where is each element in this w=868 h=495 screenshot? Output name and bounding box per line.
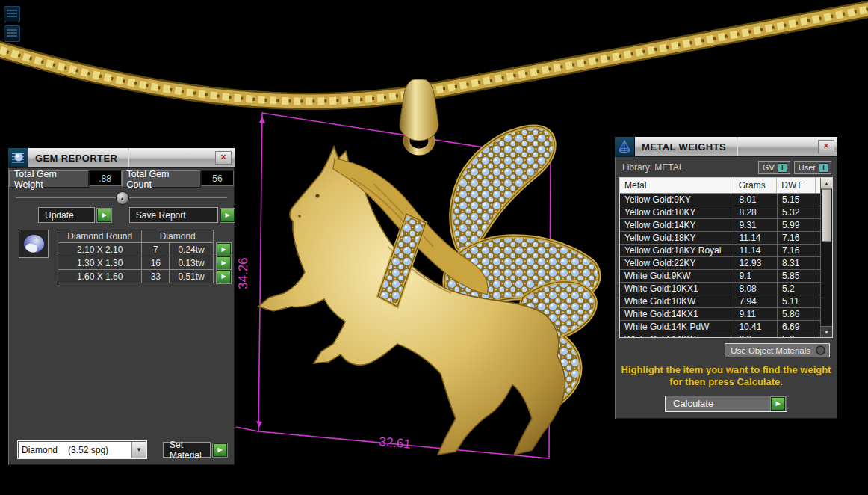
material-spg: (3.52 spg) — [68, 445, 108, 455]
instruction-text: Highlight the item you want to find the … — [615, 364, 837, 389]
metal-row[interactable]: Yellow Gold:14KY 9.31 5.99 — [620, 219, 821, 232]
chevron-down-icon[interactable]: ▼ — [131, 442, 146, 458]
gem-row[interactable]: 1.60 X 1.60 33 0.51tw ▶ — [58, 270, 235, 283]
use-object-materials-button[interactable]: Use Object Materials — [725, 343, 830, 357]
metal-row[interactable]: Yellow Gold:9KY 8.01 5.15 — [620, 194, 821, 206]
save-report-button[interactable]: Save Report — [129, 207, 218, 223]
metal-weights-icon — [615, 137, 635, 156]
horse-nostril — [298, 215, 301, 218]
scrollbar-thumb[interactable] — [822, 189, 831, 242]
metal-weights-title: METAL WEIGHTS — [635, 137, 726, 156]
height-dimension-label: 34.26 — [236, 257, 250, 289]
update-button[interactable]: Update — [38, 207, 95, 223]
necklace-chain — [0, 7, 868, 102]
metal-row[interactable]: White Gold:14KX1 9.11 5.86 — [620, 308, 821, 321]
row-action-button[interactable]: ▶ — [217, 270, 231, 283]
gem-thumbnail[interactable] — [19, 230, 49, 258]
scroll-up-icon[interactable]: ▲ — [821, 178, 832, 189]
calculate-go-icon: ▶ — [771, 397, 785, 411]
update-go-icon[interactable]: ▶ — [97, 209, 111, 222]
metal-row[interactable]: White Gold:14K PdW 10.41 6.69 — [620, 321, 821, 333]
close-icon[interactable]: × — [215, 151, 232, 165]
pendant-bail — [400, 79, 438, 152]
gem-reporter-title: GEM REPORTER — [28, 148, 117, 167]
total-gem-count-value: 56 — [201, 170, 234, 186]
gem-table-header: Diamond Round Diamond — [58, 230, 235, 243]
material-row: Diamond (3.52 spg) ▼ Set Material ▶ — [18, 441, 227, 458]
total-gem-weight-value: .88 — [89, 170, 122, 186]
metal-weights-titlebar[interactable]: METAL WEIGHTS × — [615, 137, 837, 157]
total-gem-weight-label: Total Gem Weight — [9, 170, 89, 188]
save-report-go-icon[interactable]: ▶ — [220, 209, 235, 222]
viewport: 34.26 32.61 GEM REPORTER × Tot — [0, 0, 868, 495]
gv-indicator: I — [778, 163, 787, 173]
gem-reporter-window: GEM REPORTER × Total Gem Weight .88 Tota… — [7, 147, 235, 466]
material-dropdown[interactable]: Diamond (3.52 spg) ▼ — [18, 441, 146, 458]
row-action-button[interactable]: ▶ — [217, 243, 231, 256]
library-label: Library: METAL — [622, 162, 754, 173]
metal-table-header: Metal Grams DWT — [620, 178, 821, 194]
total-gem-count-label: Total Gem Count — [122, 170, 202, 188]
gem-table: Diamond Round Diamond 2.10 X 2.10 7 0.24… — [58, 230, 235, 283]
set-material-button[interactable]: Set Material — [163, 442, 211, 458]
metal-row[interactable]: Yellow Gold:18KY Royal 11.14 7.16 — [620, 245, 821, 257]
panel-resize-slider[interactable]: ▲ — [16, 191, 227, 204]
close-icon[interactable]: × — [818, 140, 834, 153]
user-toggle-button[interactable]: User I — [794, 161, 831, 174]
metal-row[interactable]: White Gold:9KW 9.1 5.85 — [620, 270, 821, 283]
viewport-grid-icon[interactable] — [4, 25, 20, 42]
gem-reporter-titlebar[interactable]: GEM REPORTER × — [8, 148, 235, 168]
metal-table: Metal Grams DWT Yellow Gold:9KY 8.01 5.1… — [619, 177, 833, 338]
row-action-button[interactable]: ▶ — [217, 256, 231, 270]
gem-actions-row: Update ▶ Save Report ▶ — [38, 207, 235, 223]
gv-toggle-button[interactable]: GV I — [758, 161, 790, 174]
metal-row[interactable]: White Gold:10KW 7.94 5.11 — [620, 295, 821, 308]
slider-knob[interactable]: ▲ — [116, 191, 129, 205]
scrollbar[interactable]: ▲ ▼ — [820, 178, 832, 337]
col-diamond-round: Diamond Round — [58, 230, 142, 243]
scroll-down-icon[interactable]: ▼ — [821, 326, 832, 337]
material-name: Diamond — [22, 445, 58, 455]
gem-row[interactable]: 1.30 X 1.30 16 0.13tw ▶ — [58, 256, 235, 270]
metal-weights-window: METAL WEIGHTS × Library: METAL GV I User… — [614, 136, 838, 419]
gem-totals-row: Total Gem Weight .88 Total Gem Count 56 — [9, 170, 234, 188]
gem-panel-body — [8, 283, 235, 441]
metal-row[interactable]: Yellow Gold:10KY 8.28 5.32 — [620, 206, 821, 219]
pegasus-wing-upper — [451, 126, 555, 253]
metal-row[interactable]: Yellow Gold:22KY 12.93 8.31 — [620, 257, 821, 270]
gem-reporter-icon — [8, 148, 28, 167]
set-material-go-icon[interactable]: ▶ — [213, 443, 227, 457]
user-indicator: I — [819, 163, 828, 173]
horse-eye — [315, 194, 319, 197]
metal-row-clipped[interactable]: White Gold:14KW 9.2 5.9 — [620, 333, 821, 338]
gem-ball-image — [24, 235, 44, 253]
radio-circle-icon — [816, 345, 825, 355]
gem-row[interactable]: 2.10 X 2.10 7 0.24tw ▶ — [58, 243, 235, 256]
width-dimension-label: 32.61 — [379, 434, 412, 452]
library-row: Library: METAL GV I User I — [622, 161, 831, 174]
calculate-button[interactable]: Calculate ▶ — [665, 396, 787, 412]
viewport-layers-icon[interactable] — [4, 6, 20, 22]
gem-table-block: Diamond Round Diamond 2.10 X 2.10 7 0.24… — [19, 230, 235, 283]
metal-row[interactable]: White Gold:10KX1 8.08 5.2 — [620, 283, 821, 295]
metal-row[interactable]: Yellow Gold:18KY 11.14 7.16 — [620, 232, 821, 245]
col-diamond: Diamond — [142, 230, 214, 243]
